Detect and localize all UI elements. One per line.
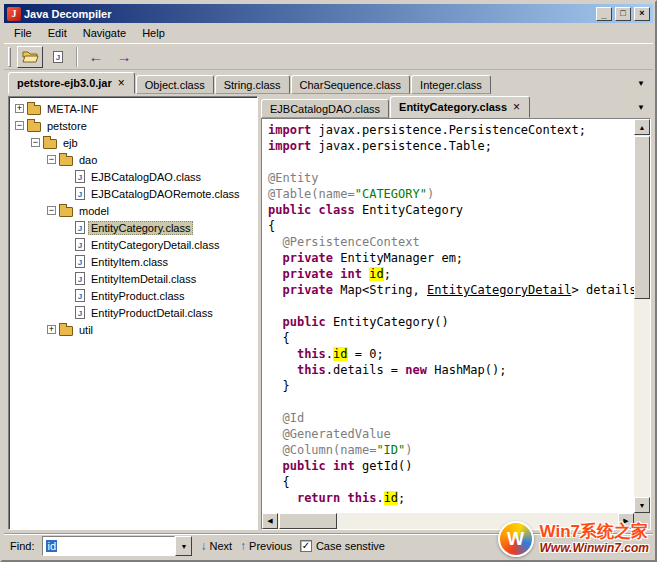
forward-icon: → — [117, 48, 132, 65]
find-combo: id ▼ — [42, 536, 192, 556]
find-next-label: Next — [209, 540, 232, 552]
tab-String.class[interactable]: String.class — [215, 75, 290, 94]
open-type-button[interactable]: J — [45, 46, 71, 68]
watermark: W Win7系统之家 Www.Winwin7.com — [498, 521, 649, 557]
tree-item-util[interactable]: +util — [9, 321, 257, 338]
watermark-line2: Www.Winwin7.com — [540, 542, 649, 556]
editor-tab-overflow-icon[interactable]: ▼ — [633, 103, 649, 118]
class-icon — [75, 187, 85, 200]
tree-item-EJBCatalogDAORemote.class[interactable]: EJBCatalogDAORemote.class — [9, 185, 257, 202]
find-previous-button[interactable]: ↑ Previous — [240, 539, 292, 553]
tab-CharSequence.class[interactable]: CharSequence.class — [291, 75, 411, 94]
class-icon — [75, 272, 85, 285]
tab-Integer.class[interactable]: Integer.class — [411, 75, 491, 94]
up-arrow-icon: ↑ — [240, 539, 246, 553]
tree-item-EntityItem.class[interactable]: EntityItem.class — [9, 253, 257, 270]
menu-item-file[interactable]: File — [6, 24, 40, 42]
tree-item-label: ejb — [60, 136, 81, 150]
tab-label: petstore-ejb3.0.jar — [17, 77, 112, 89]
case-sensitive-label: Case senstive — [316, 540, 385, 552]
main-area: +META-INF−petstore−ejb−daoEJBCatalogDAO.… — [4, 94, 653, 533]
tree-item-EntityProductDetail.class[interactable]: EntityProductDetail.class — [9, 304, 257, 321]
title-bar: J Java Decompiler _ □ × — [4, 4, 653, 23]
tab-label: CharSequence.class — [300, 79, 402, 91]
app-window: J Java Decompiler _ □ × FileEditNavigate… — [0, 0, 657, 562]
vertical-scrollbar[interactable]: ▲ ▼ — [634, 119, 650, 513]
find-dropdown-icon[interactable]: ▼ — [175, 536, 192, 556]
code-line: } — [268, 378, 634, 394]
class-icon — [75, 221, 85, 234]
code-line — [268, 154, 634, 170]
horizontal-scroll-thumb[interactable] — [279, 513, 337, 529]
scroll-left-icon[interactable]: ◀ — [262, 513, 278, 529]
tree-item-EntityProduct.class[interactable]: EntityProduct.class — [9, 287, 257, 304]
scroll-down-icon[interactable]: ▼ — [634, 497, 650, 513]
tab-Object.class[interactable]: Object.class — [136, 75, 214, 94]
case-sensitive-checkbox[interactable]: ✓ Case senstive — [300, 540, 385, 552]
vertical-scroll-thumb[interactable] — [634, 136, 650, 299]
code-line: { — [268, 330, 634, 346]
back-button[interactable]: ← — [83, 46, 109, 68]
scroll-up-icon[interactable]: ▲ — [634, 119, 650, 135]
code-line: public class EntityCategory — [268, 202, 634, 218]
tree-item-model[interactable]: −model — [9, 202, 257, 219]
code-line: @Id — [268, 410, 634, 426]
collapse-icon[interactable]: − — [15, 121, 24, 130]
collapse-icon[interactable]: − — [31, 138, 40, 147]
file-tab-overflow-icon[interactable]: ▼ — [633, 79, 649, 94]
open-folder-icon — [22, 50, 39, 64]
toolbar-grip[interactable] — [8, 47, 11, 67]
tree-item-label: model — [76, 204, 112, 218]
find-previous-label: Previous — [249, 540, 292, 552]
tree-item-label: EntityProduct.class — [88, 289, 188, 303]
close-tab-icon[interactable]: × — [512, 101, 521, 113]
tab-petstore-ejb3.0.jar[interactable]: petstore-ejb3.0.jar× — [8, 72, 135, 94]
back-icon: ← — [89, 48, 104, 65]
editor-tab-bar: EJBCatalogDAO.classEntityCategory.class×… — [261, 96, 651, 118]
minimize-button[interactable]: _ — [596, 7, 612, 21]
menu-item-edit[interactable]: Edit — [40, 24, 75, 42]
maximize-button[interactable]: □ — [615, 7, 631, 21]
code-line: import javax.persistence.PersistenceCont… — [268, 122, 634, 138]
folder-icon — [27, 122, 41, 132]
tree-item-label: META-INF — [44, 102, 101, 116]
tree-item-EntityCategory.class[interactable]: EntityCategory.class — [9, 219, 257, 236]
tree-item-label: EntityCategoryDetail.class — [88, 238, 222, 252]
tree-item-ejb[interactable]: −ejb — [9, 134, 257, 151]
code-line: private EntityManager em; — [268, 250, 634, 266]
expand-icon[interactable]: + — [15, 104, 24, 113]
forward-button[interactable]: → — [111, 46, 137, 68]
expand-icon[interactable]: + — [47, 325, 56, 334]
tree-item-label: dao — [76, 153, 100, 167]
collapse-icon[interactable]: − — [47, 206, 56, 215]
winwin7-logo: W — [498, 521, 534, 557]
code-line: private Map<String, EntityCategoryDetail… — [268, 282, 634, 298]
menu-item-navigate[interactable]: Navigate — [75, 24, 134, 42]
tree-item-petstore[interactable]: −petstore — [9, 117, 257, 134]
menu-item-help[interactable]: Help — [134, 24, 173, 42]
type-link[interactable]: EntityCategoryDetail — [427, 283, 572, 297]
tab-EJBCatalogDAO.class[interactable]: EJBCatalogDAO.class — [261, 99, 389, 118]
tree-item-dao[interactable]: −dao — [9, 151, 257, 168]
code-line — [268, 298, 634, 314]
open-file-button[interactable] — [17, 46, 43, 68]
file-tabs: petstore-ejb3.0.jar×Object.classString.c… — [8, 72, 633, 94]
tree-item-META-INF[interactable]: +META-INF — [9, 100, 257, 117]
tree-item-EntityCategoryDetail.class[interactable]: EntityCategoryDetail.class — [9, 236, 257, 253]
tree-item-EntityItemDetail.class[interactable]: EntityItemDetail.class — [9, 270, 257, 287]
find-next-button[interactable]: ↓ Next — [200, 539, 232, 553]
menu-bar: FileEditNavigateHelp — [4, 23, 653, 43]
editor-panel: EJBCatalogDAO.classEntityCategory.class×… — [261, 96, 651, 530]
find-input[interactable]: id — [42, 536, 175, 556]
tab-label: EntityCategory.class — [399, 101, 507, 113]
package-tree: +META-INF−petstore−ejb−daoEJBCatalogDAO.… — [8, 96, 258, 530]
close-tab-icon[interactable]: × — [117, 77, 126, 89]
close-button[interactable]: × — [634, 7, 650, 21]
tab-EntityCategory.class[interactable]: EntityCategory.class× — [390, 96, 530, 118]
collapse-icon[interactable]: − — [47, 155, 56, 164]
vertical-scroll-track[interactable] — [634, 135, 650, 497]
file-tab-bar: petstore-ejb3.0.jar×Object.classString.c… — [4, 70, 653, 94]
tree-item-EJBCatalogDAO.class[interactable]: EJBCatalogDAO.class — [9, 168, 257, 185]
code-line: @Table(name="CATEGORY") — [268, 186, 634, 202]
code-view[interactable]: import javax.persistence.PersistenceCont… — [262, 119, 634, 513]
